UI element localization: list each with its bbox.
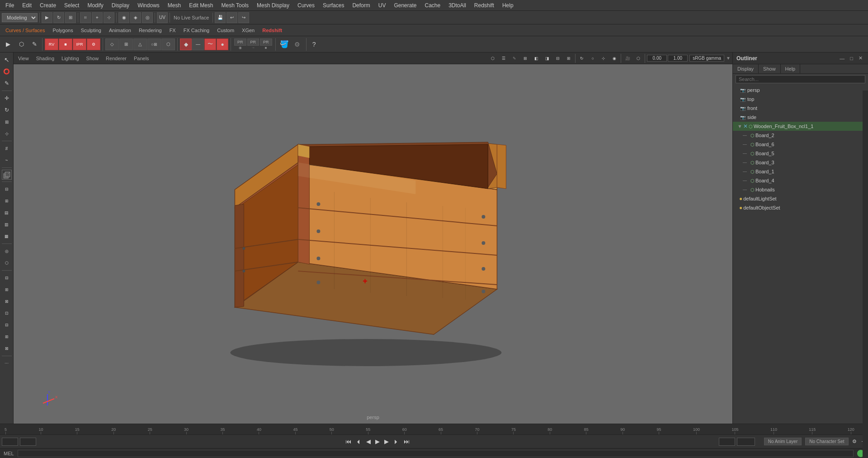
- menu-curves[interactable]: Curves: [294, 1, 318, 10]
- curve-tool-btn[interactable]: ~: [1, 155, 12, 166]
- char-set-settings-btn[interactable]: ⚙: [850, 438, 859, 445]
- anim-layer-badge[interactable]: No Anim Layer: [764, 438, 802, 445]
- tab-redshift[interactable]: Redshift: [259, 27, 286, 34]
- vp-icon9[interactable]: ↻: [577, 54, 586, 63]
- menu-help[interactable]: Help: [499, 1, 517, 10]
- next-key-btn[interactable]: ▶: [382, 437, 391, 446]
- tab-animation[interactable]: Animation: [105, 27, 135, 34]
- lasso-btn[interactable]: ⬡: [15, 38, 28, 51]
- tree-item-side[interactable]: 📷 side: [733, 113, 868, 122]
- pr-render-btn[interactable]: PR ◉: [234, 38, 246, 50]
- grid-btn4[interactable]: ⊡: [1, 308, 12, 319]
- shape-icon1[interactable]: ◇: [105, 38, 119, 50]
- paint-btn[interactable]: ✎: [28, 38, 41, 51]
- render-btn3[interactable]: ◎: [142, 12, 153, 23]
- show-menu[interactable]: Show: [84, 55, 102, 62]
- colorspace-arrow[interactable]: ▼: [726, 56, 731, 61]
- shape-icon2[interactable]: ⊞: [119, 38, 133, 50]
- bucket-icon[interactable]: 🪣: [278, 38, 291, 51]
- vp-icon5[interactable]: ◧: [532, 54, 541, 63]
- vp-icon12[interactable]: ◉: [610, 54, 619, 63]
- panels-menu[interactable]: Panels: [131, 55, 152, 62]
- colorspace-dropdown[interactable]: sRGB gamma: [689, 55, 724, 62]
- universal-manip-btn[interactable]: ⊹: [1, 128, 12, 139]
- menu-redshift[interactable]: Redshift: [471, 1, 498, 10]
- vp-icon6[interactable]: ◨: [542, 54, 552, 63]
- rotate-btn[interactable]: ↻: [53, 12, 64, 23]
- red-icon1[interactable]: ◆: [180, 38, 192, 50]
- menu-modify[interactable]: Modify: [84, 1, 107, 10]
- redo-btn[interactable]: ↪: [238, 12, 249, 23]
- menu-3dtoall[interactable]: 3DtoAll: [445, 1, 470, 10]
- display-mode-btn5[interactable]: ▦: [1, 231, 12, 242]
- outliner-scrollbar[interactable]: [863, 91, 868, 458]
- menu-deform[interactable]: Deform: [349, 1, 373, 10]
- tab-xgen[interactable]: XGen: [238, 27, 258, 34]
- paint-select-btn[interactable]: ✎: [1, 78, 12, 89]
- help-btn[interactable]: ?: [308, 38, 321, 51]
- xray-btn[interactable]: ⬡: [1, 258, 12, 268]
- menu-display[interactable]: Display: [108, 1, 133, 10]
- render-btn2[interactable]: ◈: [130, 12, 141, 23]
- shape-icon4[interactable]: ○⊞: [147, 38, 161, 50]
- tree-item-lightset[interactable]: ● defaultLightSet: [733, 194, 868, 203]
- menu-meshtools[interactable]: Mesh Tools: [218, 1, 252, 10]
- grid-btn5[interactable]: ⊟: [1, 320, 12, 330]
- vp-icon4[interactable]: ⊞: [521, 54, 530, 63]
- view-menu[interactable]: View: [15, 55, 32, 62]
- tab-sculpting[interactable]: Sculpting: [77, 27, 105, 34]
- goto-end-btn[interactable]: ⏭: [402, 437, 411, 446]
- select-mode-btn[interactable]: ↖: [1, 54, 12, 65]
- select-tool-btn[interactable]: ▶: [2, 38, 14, 51]
- outliner-tab-display[interactable]: Display: [733, 64, 759, 73]
- save-btn[interactable]: 💾: [215, 12, 226, 23]
- menu-generate[interactable]: Generate: [390, 1, 420, 10]
- shading-menu[interactable]: Shading: [33, 55, 57, 62]
- tree-item-objectset[interactable]: ● defaultObjectSet: [733, 203, 868, 212]
- tab-polygons[interactable]: Polygons: [49, 27, 76, 34]
- transform-btn[interactable]: ▶: [42, 12, 52, 23]
- menu-edit[interactable]: Edit: [19, 1, 35, 10]
- display-mode-btn1[interactable]: ⊟: [1, 184, 12, 195]
- viewport[interactable]: + persp Y X: [14, 64, 732, 424]
- vp-icon1[interactable]: ⬡: [488, 54, 497, 63]
- tab-rendering[interactable]: Rendering: [135, 27, 165, 34]
- menu-uv[interactable]: UV: [375, 1, 390, 10]
- val2-field[interactable]: 1.00: [668, 55, 688, 62]
- vp-icon3[interactable]: ✎: [510, 54, 519, 63]
- uv-btn[interactable]: UV: [157, 12, 168, 23]
- val1-field[interactable]: 0.00: [647, 55, 667, 62]
- tab-fx-caching[interactable]: FX Caching: [180, 27, 213, 34]
- menu-surfaces[interactable]: Surfaces: [319, 1, 348, 10]
- tree-item-board5[interactable]: — ⬡ Board_5: [733, 149, 868, 158]
- undo-btn[interactable]: ↩: [226, 12, 237, 23]
- grid-btn3[interactable]: ⊠: [1, 296, 12, 307]
- vp-icon7[interactable]: ⊟: [553, 54, 562, 63]
- tree-item-top[interactable]: 📷 top: [733, 95, 868, 104]
- tree-item-board1[interactable]: — ⬡ Board_1: [733, 167, 868, 176]
- tab-custom[interactable]: Custom: [213, 27, 238, 34]
- menu-windows[interactable]: Windows: [134, 1, 163, 10]
- shape-icon5[interactable]: ⬡: [161, 38, 175, 50]
- start-frame-input[interactable]: 1: [20, 438, 36, 446]
- outliner-search-input[interactable]: [736, 75, 865, 83]
- snap-btn1[interactable]: ⌗: [80, 12, 91, 23]
- goto-start-btn[interactable]: ⏮: [344, 437, 353, 446]
- ipr-btn[interactable]: IPR: [73, 38, 86, 50]
- renderer-menu[interactable]: Renderer: [103, 55, 129, 62]
- range-end-input[interactable]: 200: [737, 438, 755, 446]
- render-settings-icon[interactable]: ⚙: [291, 38, 304, 51]
- tree-item-board6[interactable]: — ⬡ Board_6: [733, 140, 868, 149]
- command-input[interactable]: [18, 450, 854, 457]
- tree-item-hobnails[interactable]: — ⬡ Hobnails: [733, 185, 868, 194]
- vp-icon8[interactable]: ⊞: [564, 54, 573, 63]
- menu-select[interactable]: Select: [61, 1, 83, 10]
- snap-btn2[interactable]: ⌖: [92, 12, 103, 23]
- vp-icon10[interactable]: ○: [588, 54, 597, 63]
- rv-btn2[interactable]: ■: [59, 38, 72, 50]
- menu-create[interactable]: Create: [36, 1, 60, 10]
- isolate-btn[interactable]: ◎: [1, 246, 12, 257]
- outliner-tab-help[interactable]: Help: [781, 64, 801, 73]
- outliner-close-btn[interactable]: ✕: [857, 54, 864, 62]
- mode-dropdown[interactable]: Modeling: [2, 13, 38, 22]
